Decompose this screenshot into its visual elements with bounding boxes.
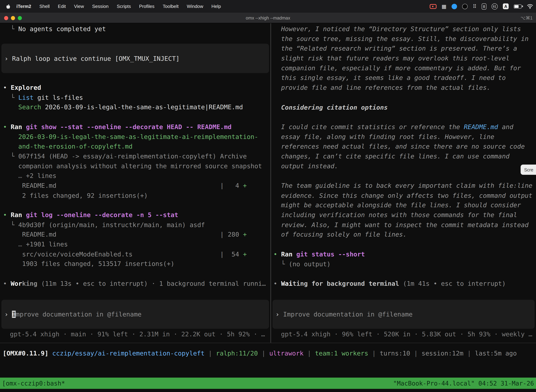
screen-share-tab[interactable]: Scre	[521, 165, 536, 175]
terminal-line: I could cite commit statistics or refere…	[271, 122, 536, 132]
text-segment: └	[3, 221, 18, 228]
text-segment: src/voice/voiceModeEnabled.ts | 54	[3, 250, 243, 258]
text-segment: └	[3, 94, 18, 101]
dots-grid-icon[interactable]: ⠿	[473, 0, 476, 13]
text-segment: last:5m ago	[475, 350, 517, 357]
terminal-line: review. Also, I might want to inspect th…	[271, 220, 536, 230]
window-shortcut-badge: ⌥⌘1	[521, 13, 532, 23]
terminal-line: and-the-erosion-of-copyleft.md	[0, 142, 270, 152]
model-status-left: gpt-5.4 xhigh · main · 91% left · 2.31M …	[0, 329, 270, 339]
text-segment: the source tree, missing the essay. Stil…	[273, 35, 529, 42]
window-grid-icon[interactable]: ▦	[442, 0, 446, 13]
text-segment: (no output)	[289, 260, 330, 267]
text-segment: 2026-03-09-is-legal-the-same-as-legitima…	[41, 104, 243, 111]
text-segment: +1901 lines	[26, 241, 68, 248]
prompt-input-left[interactable]: › Improve documentation in @filename	[1, 300, 269, 329]
terminal-line: changes, I can’t cite specific file line…	[271, 152, 536, 161]
text-segment: git status --short	[296, 250, 365, 258]
menu-item-help[interactable]: Help	[207, 4, 225, 9]
text-segment: +2 lines	[26, 172, 56, 179]
menu-item-scripts[interactable]: Scripts	[113, 4, 135, 9]
text-segment: git show --stat --oneline --decorate HEA…	[26, 123, 231, 130]
text-segment: I could cite commit statistics or refere…	[273, 123, 464, 130]
terminal-line: the source tree, missing the essay. Stil…	[271, 34, 536, 44]
blank-line	[0, 34, 270, 44]
blank-line	[271, 112, 536, 122]
menu-app-name[interactable]: iTerm2	[12, 4, 35, 9]
text-segment: ting for background terminal	[292, 280, 399, 287]
text-segment: |	[304, 350, 315, 357]
text-segment: might be acceptable alongside the file l…	[273, 202, 521, 209]
text-segment: Explored	[11, 84, 41, 91]
blank-line	[271, 269, 536, 279]
gauge-icon[interactable]: 61	[492, 0, 498, 13]
menu-item-session[interactable]: Session	[88, 4, 113, 9]
text-segment: └	[273, 260, 289, 267]
blank-line	[0, 112, 270, 122]
text-segment: └	[3, 153, 18, 160]
terminal-line: • Waiting for background terminal (1m 41…	[271, 279, 536, 289]
text-cursor: I	[12, 311, 16, 318]
terminal-line: … +2 lines	[0, 171, 270, 181]
inline-banner: › Ralph loop active continue [OMX_TMUX_I…	[1, 44, 269, 73]
blue-app-icon[interactable]	[452, 0, 457, 13]
terminal-area: └ No agents completed yet › Ralph loop a…	[0, 23, 536, 378]
prompt-caret: ›	[5, 311, 12, 318]
text-segment: Search	[18, 104, 41, 111]
menu-item-window[interactable]: Window	[183, 4, 207, 9]
text-segment: ›	[5, 55, 12, 62]
screen-recording-indicator-icon[interactable]	[430, 0, 436, 13]
terminal-line: … +1901 lines	[0, 240, 270, 250]
terminal-line: references need actual files, and since …	[271, 142, 536, 152]
menu-item-view[interactable]: View	[70, 4, 88, 9]
tmux-status-bar: [omx-cczip0:bash* "MacBook-Pro-44.local"…	[0, 378, 536, 389]
text-segment: However, I noticed the “Directory Struct…	[273, 25, 521, 33]
menu-item-shell[interactable]: Shell	[35, 4, 54, 9]
terminal-line: 2026-03-09-is-legal-the-same-as-legitima…	[0, 132, 270, 142]
prompt-placeholder: mprove documentation in @filename	[16, 311, 141, 318]
text-segment: provide file and line references from th…	[273, 84, 490, 91]
text-segment: (11m 13s • esc to interrupt) · 1 backgro…	[37, 280, 266, 287]
terminal-pane-right[interactable]: However, I noticed the “Directory Struct…	[271, 23, 536, 343]
text-segment: |	[464, 350, 475, 357]
menu-item-edit[interactable]: Edit	[54, 4, 70, 9]
terminal-line: README.md | 4 +	[0, 181, 270, 191]
pane-bottom-divider	[0, 343, 536, 343]
blank-line	[271, 93, 536, 103]
blank-line	[0, 269, 270, 279]
terminal-pane-left[interactable]: └ No agents completed yet › Ralph loop a…	[0, 23, 270, 343]
key-icon[interactable]: 8	[482, 0, 486, 13]
tmux-host-clock: "MacBook-Pro-44.local" 04:52 31-Mar-26	[393, 378, 534, 389]
text-segment	[3, 104, 18, 111]
text-segment: •	[273, 280, 281, 287]
battery-icon[interactable]	[514, 0, 522, 13]
blank-line	[271, 171, 536, 181]
text-segment: changes, I can’t cite specific file line…	[273, 153, 509, 160]
prompt-input-right[interactable]: › Improve documentation in @filename	[273, 300, 535, 329]
apple-menu-icon[interactable]	[5, 3, 10, 9]
text-segment: this single essay, it seems like a good …	[273, 74, 506, 81]
text-segment: •	[273, 250, 281, 258]
text-segment: The team guideline is to back every impo…	[273, 182, 532, 189]
terminal-line: Considering citation options	[271, 103, 536, 112]
terminal-line: of focusing solely on file lines.	[271, 230, 536, 240]
text-segment: README.md | 280	[3, 231, 243, 238]
terminal-line: • Working (11m 13s • esc to interrupt) ·…	[0, 279, 270, 289]
terminal-line: might be acceptable alongside the file l…	[271, 201, 536, 210]
text-segment: README.md | 4	[3, 182, 243, 189]
input-source-icon[interactable]: A	[503, 0, 509, 13]
tmux-session-info: [omx-cczip0:bash*	[2, 378, 65, 389]
text-segment: git ls-files	[34, 94, 83, 101]
text-segment: Wai	[281, 280, 292, 287]
terminal-line: companion file, especially if more comme…	[271, 63, 536, 73]
terminal-line: output instead.	[271, 161, 536, 171]
text-segment: •	[3, 84, 10, 91]
wifi-icon[interactable]	[527, 0, 533, 13]
terminal-line: src/voice/voiceModeEnabled.ts | 54 +	[0, 249, 270, 259]
menu-item-toolbelt[interactable]: Toolbelt	[159, 4, 183, 9]
dark-app-icon[interactable]	[462, 0, 468, 13]
terminal-line: 2 files changed, 92 insertions(+)	[0, 191, 270, 201]
text-segment: +	[243, 231, 247, 238]
menu-item-profiles[interactable]: Profiles	[135, 4, 159, 9]
terminal-line: • Ran git status --short	[271, 250, 536, 259]
